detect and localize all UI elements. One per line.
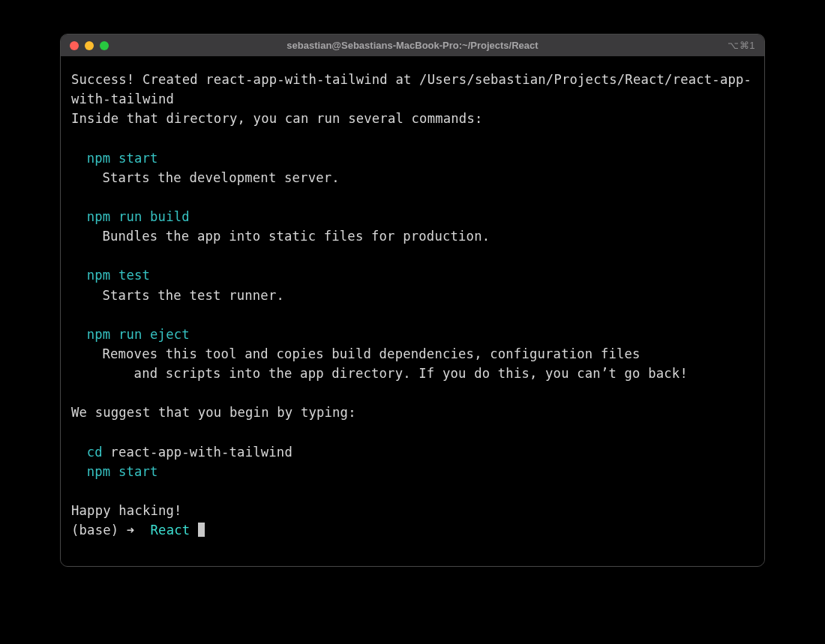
- cmd-desc: Bundles the app into static files for pr…: [71, 226, 754, 246]
- cmd-desc: Starts the development server.: [71, 168, 754, 187]
- suggest-cd-cmd: cd: [87, 445, 103, 460]
- tab-shortcut-hint: ⌥⌘1: [728, 40, 755, 51]
- cmd-label: npm start: [87, 151, 158, 166]
- zoom-icon[interactable]: [100, 41, 109, 50]
- cmd-desc: Removes this tool and copies build depen…: [71, 344, 754, 383]
- prompt-dir: React: [151, 523, 190, 538]
- output-suggest: We suggest that you begin by typing:: [71, 405, 356, 420]
- window-title: sebastian@Sebastians-MacBook-Pro:~/Proje…: [61, 40, 764, 51]
- terminal-body[interactable]: Success! Created react-app-with-tailwind…: [61, 56, 764, 566]
- cmd-label: npm run build: [87, 209, 190, 224]
- suggest-start-cmd: npm start: [87, 464, 158, 479]
- cursor-icon: [198, 523, 205, 537]
- traffic-lights: [70, 41, 109, 50]
- window-titlebar[interactable]: sebastian@Sebastians-MacBook-Pro:~/Proje…: [61, 34, 764, 56]
- suggest-cd-arg: react-app-with-tailwind: [110, 445, 292, 460]
- cmd-label: npm run eject: [87, 327, 190, 342]
- prompt-arrow-icon: ➜: [127, 523, 135, 538]
- prompt-env: (base): [71, 523, 118, 538]
- output-closing: Happy hacking!: [71, 503, 182, 518]
- terminal-window: sebastian@Sebastians-MacBook-Pro:~/Proje…: [60, 34, 765, 567]
- output-inside: Inside that directory, you can run sever…: [71, 111, 482, 126]
- minimize-icon[interactable]: [85, 41, 94, 50]
- cmd-desc: Starts the test runner.: [71, 286, 754, 305]
- cmd-label: npm test: [87, 268, 150, 283]
- close-icon[interactable]: [70, 41, 79, 50]
- output-success: Success! Created react-app-with-tailwind…: [71, 72, 752, 106]
